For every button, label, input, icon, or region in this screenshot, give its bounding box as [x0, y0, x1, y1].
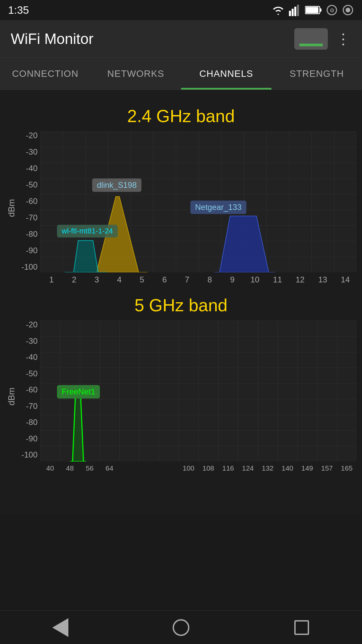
notif-icon-2 — [342, 4, 354, 16]
home-icon — [173, 619, 189, 636]
x-axis-24: 1 2 3 4 5 6 7 8 9 10 11 12 13 14 — [40, 272, 357, 284]
x-tick: 2 — [63, 275, 85, 284]
svg-rect-2 — [294, 7, 296, 16]
y-tick: -90 — [26, 435, 38, 443]
y-tick: -50 — [26, 181, 38, 189]
x-tick: 5 — [131, 275, 153, 284]
x-tick: 3 — [85, 275, 108, 284]
toolbar-green-bar — [299, 44, 323, 46]
y-tick: -100 — [21, 451, 38, 459]
status-bar: 1:35 ⊙ — [0, 0, 362, 20]
y-tick: -30 — [26, 337, 38, 345]
signal-icon — [289, 4, 301, 16]
x-tick: 100 — [179, 464, 198, 472]
network-label-dlink: dlink_S198 — [92, 178, 141, 192]
back-icon — [52, 618, 68, 637]
y-axis-24: -20 -30 -40 -50 -60 -70 -80 -90 -100 — [20, 131, 40, 271]
y-tick: -90 — [26, 247, 38, 255]
x-tick — [159, 464, 179, 472]
y-tick: -60 — [26, 197, 38, 205]
svg-rect-5 — [320, 8, 321, 12]
chart-inner-5: -20 -30 -40 -50 -60 -70 -80 -90 -100 — [20, 321, 357, 472]
x-tick: 10 — [244, 275, 266, 284]
x-tick: 9 — [221, 275, 243, 284]
x-axis-5: 40 48 56 64 100 108 116 124 132 140 149 … — [40, 462, 357, 472]
y-axis-5: -20 -30 -40 -50 -60 -70 -80 -90 -100 — [20, 321, 40, 459]
y-tick: -40 — [26, 353, 38, 361]
x-tick: 157 — [317, 464, 337, 472]
x-tick: 140 — [278, 464, 297, 472]
tab-strength[interactable]: STRENGTH — [272, 58, 362, 90]
toolbar-screenshot-button[interactable] — [294, 28, 328, 50]
x-tick: 56 — [80, 464, 100, 472]
y-tick: -80 — [26, 418, 38, 426]
tab-channels[interactable]: CHANNELS — [181, 58, 272, 90]
svg-rect-1 — [292, 9, 294, 16]
nav-back-button[interactable] — [44, 618, 77, 638]
x-tick: 124 — [238, 464, 258, 472]
y-tick: -70 — [26, 214, 38, 222]
y-tick: -20 — [26, 321, 38, 329]
y-tick: -30 — [26, 148, 38, 156]
y-tick: -70 — [26, 402, 38, 410]
x-tick: 116 — [218, 464, 238, 472]
battery-icon — [305, 5, 322, 15]
x-tick: 13 — [311, 275, 334, 284]
chart-area-24: dBm -20 -30 -40 -50 -60 -70 -80 -90 -100 — [5, 131, 357, 284]
band-5ghz-container: 5 GHz band dBm -20 -30 -40 -50 -60 -70 -… — [5, 295, 357, 472]
band-24ghz-title: 2.4 GHz band — [5, 106, 357, 126]
x-tick: 64 — [100, 464, 119, 472]
tab-networks[interactable]: NETWORKS — [90, 58, 181, 90]
svg-rect-3 — [297, 5, 299, 16]
band-5ghz-title: 5 GHz band — [5, 295, 357, 315]
status-icons: ⊙ — [272, 4, 354, 16]
x-tick: 132 — [258, 464, 278, 472]
more-options-icon[interactable]: ⋮ — [336, 32, 351, 46]
x-tick: 48 — [60, 464, 80, 472]
recent-icon — [294, 620, 309, 635]
x-tick: 11 — [266, 275, 289, 284]
y-tick: -60 — [26, 386, 38, 394]
x-tick: 8 — [198, 275, 221, 284]
x-tick: 149 — [297, 464, 317, 472]
x-tick — [119, 464, 139, 472]
y-tick: -20 — [26, 131, 38, 140]
network-label-wlftl: wl-ftl-mt81-1-24 — [57, 225, 118, 237]
band-24ghz-container: 2.4 GHz band dBm -20 -30 -40 -50 -60 -70… — [5, 106, 357, 284]
x-tick — [139, 464, 159, 472]
wifi-icon — [272, 4, 285, 16]
x-tick: 40 — [40, 464, 60, 472]
x-tick: 12 — [289, 275, 311, 284]
app-title: WiFi Monitor — [11, 31, 94, 47]
y-tick: -40 — [26, 164, 38, 172]
app-bar: WiFi Monitor ⋮ — [0, 20, 362, 58]
network-label-netgear: Netgear_133 — [190, 201, 246, 214]
svg-text:⊙: ⊙ — [330, 7, 334, 13]
nav-bar — [0, 610, 362, 644]
y-axis-label-5: dBm — [5, 321, 17, 472]
app-bar-actions: ⋮ — [294, 28, 351, 50]
content-area: 2.4 GHz band dBm -20 -30 -40 -50 -60 -70… — [0, 90, 362, 514]
chart-inner-24: -20 -30 -40 -50 -60 -70 -80 -90 -100 — [20, 131, 357, 284]
svg-rect-6 — [306, 7, 318, 13]
svg-rect-0 — [289, 11, 291, 16]
x-tick: 4 — [108, 275, 130, 284]
x-tick: 14 — [334, 275, 356, 284]
x-tick: 1 — [40, 275, 63, 284]
chart-area-5: dBm -20 -30 -40 -50 -60 -70 -80 -90 -100 — [5, 321, 357, 472]
tab-bar: CONNECTION NETWORKS CHANNELS STRENGTH — [0, 58, 362, 90]
chart-plot-24: dlink_S198 Netgear_133 wl-ftl-mt81-1-24 — [40, 131, 357, 272]
x-tick: 7 — [176, 275, 198, 284]
y-tick: -50 — [26, 370, 38, 378]
nav-home-button[interactable] — [164, 618, 198, 638]
nav-recent-button[interactable] — [285, 618, 318, 638]
chart-plot-5: FreeNet1 — [40, 321, 357, 462]
svg-point-10 — [346, 8, 350, 12]
notif-icon-1: ⊙ — [326, 4, 338, 16]
x-tick: 6 — [153, 275, 176, 284]
x-tick: 108 — [198, 464, 218, 472]
y-tick: -100 — [21, 263, 38, 271]
status-time: 1:35 — [8, 4, 29, 16]
tab-connection[interactable]: CONNECTION — [0, 58, 90, 90]
x-tick: 165 — [337, 464, 357, 472]
